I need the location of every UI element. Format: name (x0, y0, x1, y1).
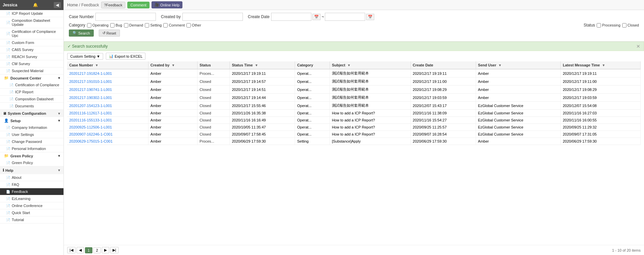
cell-category: Setting (295, 138, 330, 145)
calendar-start-btn[interactable]: 📅 (312, 14, 320, 20)
doc-icon: 📄 (6, 48, 10, 52)
case-number-link[interactable]: 20201217-190302-1-L001 (69, 96, 112, 100)
category-setting[interactable]: Setting (145, 23, 162, 28)
table-header-row: Case Number ▼ Created by ▼ Status Status… (67, 61, 641, 69)
category-checkboxes: Operating Bug Demand Setting Comment Oth… (87, 23, 201, 28)
cell-created-by: Amber (148, 110, 197, 117)
page-next-btn[interactable]: ▶ (102, 247, 109, 253)
filter-created-by-icon[interactable]: ▼ (172, 63, 175, 67)
create-date-end-input[interactable] (325, 13, 365, 21)
sidebar-item-quick-start[interactable]: 📄 Quick Start (0, 209, 63, 216)
doc-icon: 📄 (6, 32, 10, 36)
page-prev-btn[interactable]: ◀ (77, 247, 84, 253)
created-by-input[interactable] (182, 13, 243, 21)
filter-send-user-icon[interactable]: ▼ (498, 63, 502, 67)
case-number-link[interactable]: 20201116-112617-1-L001 (69, 111, 112, 115)
sidebar-item-feedback[interactable]: 📄 Feedback (0, 188, 63, 195)
cell-latest-msg-time: 2020/06/29 17:59:30 (561, 138, 641, 145)
status-processing[interactable]: Processing (597, 23, 620, 28)
case-number-link[interactable]: 20200629-175015-1-C001 (69, 139, 113, 143)
sidebar-item-documents[interactable]: 📄 Documents (0, 103, 63, 110)
sidebar-item-composition-datasheet[interactable]: 📄 Composition Datasheet (0, 96, 63, 103)
case-number-link[interactable]: 20201207-154123-1-L001 (69, 104, 112, 108)
sidebar-item-suspected-material[interactable]: 📄 Suspected Material (0, 67, 63, 74)
online-help-btn[interactable]: 🎥 Online Help (152, 1, 182, 8)
cell-create-date: 2020/12/07 15:43:17 (411, 102, 476, 110)
cell-send-user: EzGlobal Customer Service (476, 131, 560, 138)
sidebar-item-icp-report-update[interactable]: 📄 ICP Report Update (0, 10, 63, 17)
sidebar-item-green-policy[interactable]: 📄 Green Policy (0, 159, 63, 166)
custom-setting-button[interactable]: Custom Setting ▼ (67, 53, 103, 60)
cell-subject: How to add a ICP Report? (330, 110, 411, 117)
sidebar-folder-document-center[interactable]: 📁 Document Center ▼ (0, 74, 63, 82)
sidebar-item-custom-form[interactable]: 📄 Custom Form (0, 39, 63, 46)
cell-latest-msg-time: 2020/12/07 15:54:08 (561, 102, 641, 110)
sidebar-item-icp-report[interactable]: 📄 ICP Report (0, 89, 63, 96)
sidebar-item-online-conference[interactable]: 📄 Online Conference (0, 202, 63, 209)
export-excel-button[interactable]: 📊 Export to EXCEL (106, 53, 145, 60)
case-number-link[interactable]: 20201116-155133-1-L001 (69, 118, 112, 122)
sidebar-item-composition-datasheet-update[interactable]: 📄 Composition Datasheet Update (0, 17, 63, 28)
sidebar-item-company-information[interactable]: 📄 Company Information (0, 124, 63, 131)
sidebar-item-certification-of-compliance[interactable]: 📄 Certification of Compliance (0, 82, 63, 89)
th-case-number: Case Number ▼ (67, 61, 148, 69)
sidebar-section-help[interactable]: ℹ Help ▼ (0, 166, 63, 174)
create-date-range: 📅 ~ 📅 (271, 13, 374, 21)
sidebar-item-ca65-survey[interactable]: 📄 CA65 Survey (0, 46, 63, 53)
th-send-user: Send User ▼ (476, 61, 560, 69)
case-number-link[interactable]: 20200907-162246-1-C001 (69, 132, 113, 136)
category-other[interactable]: Other (186, 23, 201, 28)
page-2-btn[interactable]: 2 (93, 247, 101, 253)
doc-icon: 📄 (6, 41, 10, 45)
sidebar-item-user-settings[interactable]: 📄 User Settings (0, 131, 63, 138)
reset-button[interactable]: ↺ Reset (99, 30, 120, 37)
breadcrumb-home[interactable]: Home (67, 3, 78, 7)
feedback-table: Case Number ▼ Created by ▼ Status Status… (67, 61, 641, 145)
case-number-link[interactable]: 20201217-190741-1-L001 (69, 88, 112, 92)
cell-status: Closed (198, 94, 230, 102)
sidebar-item-faq[interactable]: 📄 FAQ (0, 181, 63, 188)
sidebar-item-change-password[interactable]: 📄 Change Password (0, 138, 63, 145)
sidebar-item-about[interactable]: 📄 About (0, 174, 63, 181)
filter-status-time-icon[interactable]: ▼ (255, 63, 258, 67)
filter-subject-icon[interactable]: ▼ (347, 63, 351, 67)
cell-subject: How to add a ICP Report? (330, 131, 411, 138)
sidebar-folder-setup[interactable]: 👤 Setup ▼ (0, 117, 63, 124)
search-button[interactable]: 🔍 Search (69, 30, 94, 37)
filter-latest-msg-icon[interactable]: ▼ (602, 63, 605, 67)
sidebar-item-tutorial[interactable]: 📄 Tutorial (0, 216, 63, 223)
doc-icon: 📄 (6, 62, 10, 66)
page-1-btn[interactable]: 1 (85, 247, 92, 253)
case-number-input[interactable] (95, 13, 156, 21)
calendar-end-btn[interactable]: 📅 (366, 14, 374, 20)
sidebar-item-certification-compliance-upc[interactable]: 📄 Certification of Compliance Upc (0, 28, 63, 39)
cell-latest-msg-time: 2020/11/16 16:00:55 (561, 117, 641, 124)
sidebar-item-personal-information[interactable]: 📄 Personal Information (0, 145, 63, 152)
case-number-link[interactable]: 20201217-191824-1-L001 (69, 71, 112, 75)
page-first-btn[interactable]: |◀ (67, 247, 76, 253)
sidebar-item-reach-survey[interactable]: 📄 REACH Survey (0, 53, 63, 60)
close-success-btn[interactable]: ✕ (636, 44, 640, 49)
status-closed[interactable]: Closed (622, 23, 639, 28)
table-row: 20201116-112617-1-L001 Amber Closed 2020… (67, 110, 641, 117)
sidebar-item-cm-survey[interactable]: 📄 CM Survey (0, 60, 63, 67)
sidebar-back-button[interactable]: ◀ (54, 2, 61, 8)
create-date-start-input[interactable] (271, 13, 311, 21)
category-comment[interactable]: Comment (163, 23, 185, 28)
category-demand[interactable]: Demand (124, 23, 143, 28)
feedback-btn[interactable]: ?Feedback (101, 2, 125, 8)
sidebar-item-ezlearning[interactable]: 📄 EzLearning (0, 195, 63, 202)
category-operating[interactable]: Operating (87, 23, 109, 28)
case-number-link[interactable]: 20200925-112506-1-L001 (69, 125, 112, 129)
comment-btn[interactable]: Comment (127, 2, 149, 8)
case-number-link[interactable]: 20201217-191010-1-L001 (69, 80, 112, 84)
sidebar-section-system-configuration[interactable]: 🖥 System Configuration ▼ (0, 110, 63, 117)
cell-case-number: 20200925-112506-1-L001 (67, 124, 148, 131)
date-separator: ~ (321, 14, 324, 19)
cell-latest-msg-time: 2020/12/17 19:19:11 (561, 69, 641, 78)
cell-create-date: 2020/09/25 11:25:57 (411, 124, 476, 131)
filter-case-number-icon[interactable]: ▼ (95, 63, 98, 67)
sidebar-folder-green-policy[interactable]: 📁 Green Policy ▼ (0, 152, 63, 159)
category-bug[interactable]: Bug (110, 23, 122, 28)
page-last-btn[interactable]: ▶| (110, 247, 119, 253)
